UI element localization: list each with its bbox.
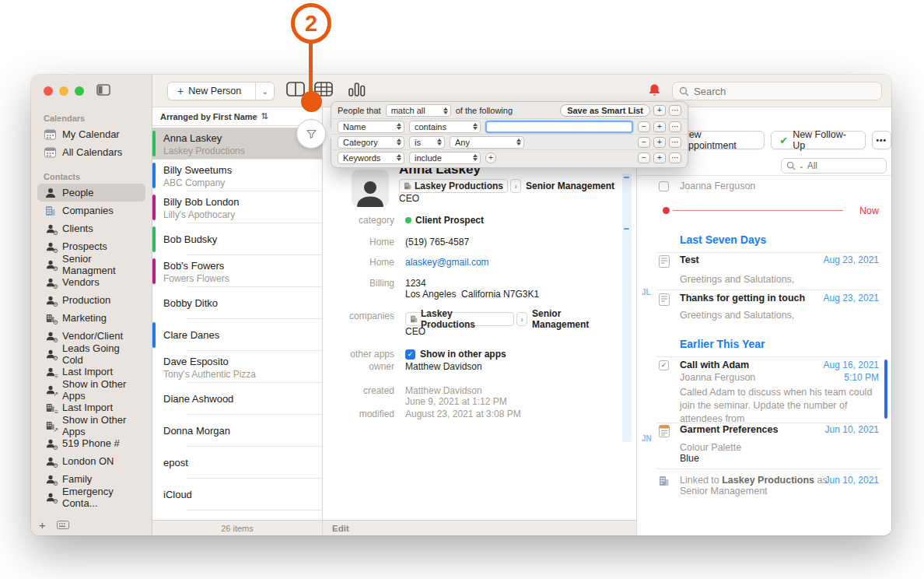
- new-person-button[interactable]: +New Person ⌄: [167, 82, 275, 100]
- detail-scrollbar[interactable]: [622, 174, 632, 442]
- filter-button[interactable]: [296, 119, 326, 149]
- task-checkbox[interactable]: [659, 181, 669, 191]
- insights-chart-icon[interactable]: [348, 82, 366, 96]
- contact-row[interactable]: Billy SweetumsABC Company: [152, 160, 322, 191]
- chip-chevron[interactable]: ›: [510, 179, 521, 193]
- zoom-button[interactable]: [75, 86, 84, 96]
- add-rule-button[interactable]: +: [653, 137, 666, 148]
- sidebar-item-marketing[interactable]: ⚙ Marketing: [37, 309, 145, 327]
- filter-value-input[interactable]: [485, 121, 633, 133]
- show-other-apps-checkbox[interactable]: [405, 349, 415, 360]
- contact-row[interactable]: Diane Ashwood: [152, 383, 322, 415]
- contact-row[interactable]: Billy Bob LondonLilly's Apothocary: [152, 191, 322, 223]
- more-rule-button[interactable]: ⋯: [669, 153, 681, 163]
- company-chip[interactable]: Laskey Productions: [399, 179, 508, 193]
- close-button[interactable]: [44, 86, 53, 96]
- split-view-icon[interactable]: [286, 82, 305, 96]
- contact-row[interactable]: Dave EspositoTony's Authentic Pizza: [152, 351, 322, 383]
- field-popup[interactable]: Keywords: [338, 152, 404, 164]
- field-popup[interactable]: Category: [338, 136, 404, 149]
- global-search-field[interactable]: [672, 82, 882, 100]
- sidebar-toggle-icon[interactable]: [96, 84, 110, 96]
- sidebar-item-my-calendar[interactable]: My Calendar: [37, 125, 145, 143]
- billing-address[interactable]: 1234Los Angeles California N7G3K1: [405, 278, 539, 300]
- stepper-arrows-icon: [443, 105, 448, 117]
- quick-entry-icon[interactable]: [57, 521, 69, 529]
- notification-bell-icon[interactable]: [648, 83, 661, 98]
- add-rule-button[interactable]: +: [653, 121, 666, 132]
- person-list-icon: ≡: [44, 366, 57, 378]
- email-label: Home: [329, 257, 394, 268]
- sidebar-item-all-calendars[interactable]: All Calendars: [37, 143, 145, 161]
- stepper-arrows-icon: [437, 136, 442, 148]
- add-rule-button[interactable]: +: [653, 153, 666, 163]
- completed-task-checkbox[interactable]: [659, 360, 669, 370]
- contact-row[interactable]: Bob's FowersFowers Flowers: [152, 255, 322, 287]
- sort-direction-icon[interactable]: ⇅: [261, 111, 268, 121]
- activity-search-field[interactable]: ⌄: [781, 158, 887, 174]
- contact-row[interactable]: epost: [152, 447, 322, 479]
- operator-popup[interactable]: is: [409, 136, 445, 149]
- match-popup[interactable]: match all: [386, 104, 451, 117]
- add-rule-button[interactable]: +: [653, 105, 666, 116]
- activity-item-title[interactable]: Test: [680, 254, 699, 265]
- sidebar-item-label: 519 Phone #: [62, 437, 120, 449]
- activity-item-title[interactable]: Call with Adam: [680, 360, 749, 370]
- person-smartlist-icon: ⚙: [44, 491, 57, 504]
- remove-rule-button[interactable]: −: [638, 121, 650, 132]
- contact-row[interactable]: Donna Morgan: [152, 415, 322, 447]
- category-label: category: [329, 215, 394, 226]
- remove-rule-button[interactable]: −: [638, 137, 650, 148]
- more-rule-button[interactable]: ⋯: [669, 105, 681, 116]
- more-rule-button[interactable]: ⋯: [669, 121, 681, 132]
- company-chip[interactable]: Laskey Productions: [405, 312, 514, 326]
- contact-row[interactable]: iCloud: [152, 479, 322, 511]
- field-popup[interactable]: Name: [338, 121, 404, 133]
- sidebar-item-clients[interactable]: ⚙ Clients: [37, 219, 145, 237]
- sidebar-item-production[interactable]: ⚙ Production: [37, 291, 145, 309]
- contact-row[interactable]: Bob Budsky: [152, 223, 322, 255]
- edit-button[interactable]: Edit: [323, 520, 636, 535]
- value-popup[interactable]: Any: [450, 136, 524, 149]
- sidebar-item-show-other-apps-people[interactable]: ↗ Show in Other Apps: [37, 381, 145, 398]
- modified-label: modified: [329, 409, 394, 419]
- sidebar-item-show-other-apps-companies[interactable]: ↗ Show in Other Apps: [37, 416, 145, 434]
- sidebar-item-emergency-contacts[interactable]: ⚙ Emergency Conta...: [37, 488, 145, 506]
- sidebar-item-label: Senior Managment: [62, 253, 139, 276]
- new-follow-up-button[interactable]: ✔ New Follow-Up: [771, 131, 865, 149]
- sidebar-item-companies[interactable]: Companies: [37, 202, 145, 219]
- arranged-by-label[interactable]: Arranged by First Name: [160, 112, 257, 121]
- email-link[interactable]: alaskey@gmail.com: [405, 257, 489, 268]
- sidebar-item-senior-managment[interactable]: ⚙ Senior Managment: [37, 255, 145, 273]
- contact-row[interactable]: Bobby Ditko: [152, 287, 322, 319]
- remove-rule-button[interactable]: −: [638, 153, 650, 163]
- more-rule-button[interactable]: ⋯: [669, 137, 681, 148]
- avatar[interactable]: [352, 170, 389, 207]
- add-list-button[interactable]: +: [39, 519, 46, 531]
- activity-item-date: Jun 10, 2021: [825, 475, 879, 486]
- activity-item-title[interactable]: Garment Preferences: [680, 424, 778, 435]
- more-actions-button[interactable]: •••: [872, 131, 891, 149]
- stepper-arrows-icon: [397, 152, 401, 163]
- operator-popup[interactable]: contains: [409, 121, 481, 133]
- add-keyword-button[interactable]: +: [485, 153, 496, 163]
- contact-row[interactable]: Clare Danes: [152, 319, 322, 351]
- phone-value[interactable]: (519) 765-4587: [405, 237, 469, 247]
- operator-popup[interactable]: include: [409, 152, 481, 164]
- sidebar-item-leads-going-cold[interactable]: ⚙ Leads Going Cold: [37, 345, 145, 363]
- activity-search-input[interactable]: [807, 160, 881, 171]
- sidebar-item-london-on[interactable]: ⚙ London ON: [37, 452, 145, 470]
- new-person-dropdown[interactable]: ⌄: [255, 82, 274, 100]
- task-name[interactable]: Joanna Ferguson: [680, 181, 755, 191]
- minimize-button[interactable]: [59, 86, 68, 96]
- sidebar-item-label: Marketing: [62, 312, 107, 324]
- stepper-arrows-icon: [473, 152, 478, 163]
- person-icon: [44, 187, 57, 199]
- activity-item-title[interactable]: Thanks for getting in touch: [680, 293, 805, 304]
- save-smart-list-button[interactable]: Save as Smart List: [560, 104, 650, 117]
- sidebar-item-people[interactable]: People: [37, 184, 145, 202]
- search-scope-chevron[interactable]: ⌄: [799, 163, 804, 170]
- search-input[interactable]: [694, 86, 875, 97]
- form-field-label: Colour Palette: [680, 442, 741, 453]
- chip-chevron[interactable]: ›: [516, 312, 527, 326]
